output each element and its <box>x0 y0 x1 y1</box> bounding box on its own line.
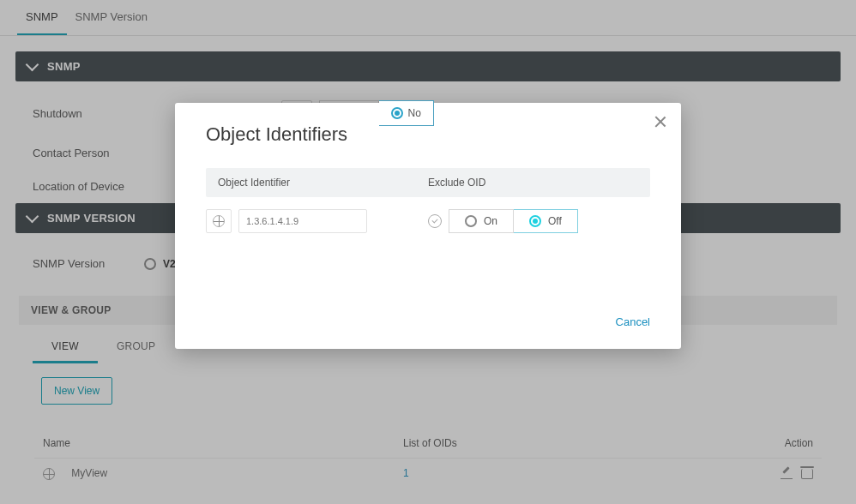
shutdown-no-label: No <box>408 107 421 119</box>
modal-row: On Off <box>206 197 650 238</box>
close-icon[interactable] <box>654 115 667 129</box>
off-label: Off <box>548 215 562 227</box>
radio-checked-icon <box>391 107 403 119</box>
exclude-on[interactable]: On <box>449 209 514 233</box>
radio-checked-icon <box>529 215 541 227</box>
oid-input[interactable] <box>238 209 367 233</box>
globe-icon <box>213 215 225 227</box>
on-label: On <box>484 215 497 227</box>
shutdown-no[interactable]: No <box>379 100 434 126</box>
radio-icon <box>465 215 477 227</box>
exclude-oid-control: On Off <box>428 209 650 233</box>
exclude-off[interactable]: Off <box>514 209 578 233</box>
object-identifiers-modal: Object Identifiers Object Identifier Exc… <box>175 103 681 349</box>
modal-scrim[interactable]: Object Identifiers Object Identifier Exc… <box>0 0 856 504</box>
modal-columns: Object Identifier Exclude OID <box>206 168 650 197</box>
modal-title: Object Identifiers <box>206 123 650 146</box>
oid-input-wrap <box>206 209 428 233</box>
col-label-oid: Object Identifier <box>218 177 428 189</box>
globe-button[interactable] <box>206 209 232 233</box>
cancel-button[interactable]: Cancel <box>616 315 650 328</box>
exclude-seg-group: On Off <box>449 209 578 233</box>
modal-footer: Cancel <box>206 315 650 328</box>
col-label-exclude: Exclude OID <box>428 177 638 189</box>
check-circle-icon[interactable] <box>428 214 442 228</box>
